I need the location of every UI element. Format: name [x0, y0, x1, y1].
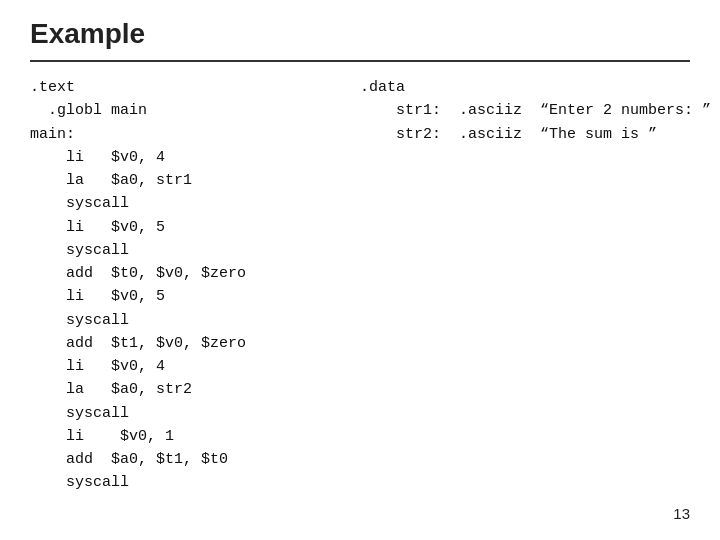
right-code-line: str2: .asciiz “The sum is ”: [360, 123, 711, 146]
left-code-line: add $t0, $v0, $zero: [30, 262, 350, 285]
left-code-line: li $v0, 1: [30, 425, 350, 448]
left-code-line: add $t1, $v0, $zero: [30, 332, 350, 355]
left-code-line: li $v0, 4: [30, 355, 350, 378]
left-code-line: li $v0, 5: [30, 285, 350, 308]
page-title: Example: [30, 18, 690, 50]
left-code-line: .text: [30, 76, 350, 99]
left-code-line: la $a0, str1: [30, 169, 350, 192]
left-code-line: li $v0, 4: [30, 146, 350, 169]
left-column: .text .globl mainmain: li $v0, 4 la $a0,…: [30, 76, 350, 495]
page-number: 13: [673, 505, 690, 522]
left-code-line: syscall: [30, 309, 350, 332]
left-code-line: syscall: [30, 402, 350, 425]
page: Example .text .globl mainmain: li $v0, 4…: [0, 0, 720, 540]
right-code-line: str1: .asciiz “Enter 2 numbers: ”: [360, 99, 711, 122]
left-code-line: syscall: [30, 192, 350, 215]
left-code-line: main:: [30, 123, 350, 146]
left-code-line: li $v0, 5: [30, 216, 350, 239]
left-code-line: la $a0, str2: [30, 378, 350, 401]
left-code-line: syscall: [30, 239, 350, 262]
left-code-line: add $a0, $t1, $t0: [30, 448, 350, 471]
content-area: .text .globl mainmain: li $v0, 4 la $a0,…: [30, 76, 690, 495]
left-code-line: syscall: [30, 471, 350, 494]
left-code-line: .globl main: [30, 99, 350, 122]
right-column: .data str1: .asciiz “Enter 2 numbers: ” …: [350, 76, 711, 495]
right-code-line: .data: [360, 76, 711, 99]
divider: [30, 60, 690, 62]
